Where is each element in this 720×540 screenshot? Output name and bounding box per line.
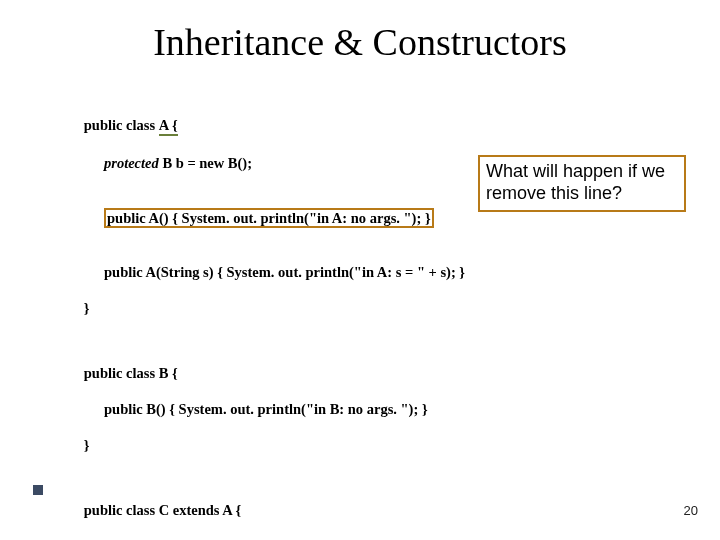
class-a-name-underline: A {	[159, 116, 178, 136]
highlighted-constructor: public A() { System. out. println("in A:…	[104, 208, 434, 228]
class-c-decl: public class C extends A {	[84, 502, 242, 518]
callout-box: What will happen if we remove this line?	[478, 155, 686, 212]
class-c-block: public class C extends A { protected B b…	[62, 483, 662, 541]
class-a-block: public class A { protected B b = new B()…	[62, 98, 662, 336]
class-a-close: }	[84, 300, 90, 316]
slide-title: Inheritance & Constructors	[0, 20, 720, 64]
page-number: 20	[684, 503, 698, 518]
class-b-block: public class B { public B() { System. ou…	[62, 346, 662, 473]
class-b-close: }	[84, 437, 90, 453]
class-a-ctor1: public A(String s) { System. out. printl…	[62, 263, 662, 281]
slide: Inheritance & Constructors public class …	[0, 0, 720, 540]
class-b-ctor0: public B() { System. out. println("in B:…	[62, 400, 662, 418]
class-b-decl: public class B {	[84, 365, 178, 381]
class-a-decl: public class A {	[84, 117, 178, 133]
accent-square-icon	[33, 485, 43, 495]
